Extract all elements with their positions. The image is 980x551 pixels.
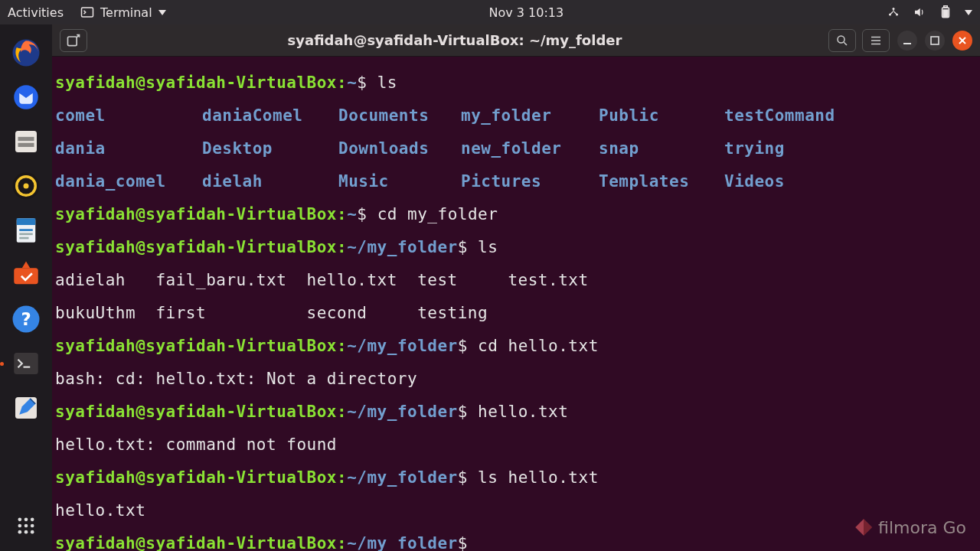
prompt-user: syafidah@syafidah-VirtualBox bbox=[55, 337, 337, 355]
svg-point-27 bbox=[24, 518, 28, 522]
chevron-down-icon bbox=[158, 10, 166, 15]
ls-item: Pictures bbox=[461, 174, 599, 191]
prompt-dollar: $ bbox=[357, 73, 367, 92]
dock-ubuntu-software[interactable] bbox=[7, 256, 45, 294]
prompt-dollar: $ bbox=[458, 403, 468, 421]
dock-terminal[interactable] bbox=[7, 344, 45, 383]
svg-point-8 bbox=[14, 85, 38, 109]
new-tab-button[interactable] bbox=[60, 29, 87, 52]
svg-rect-11 bbox=[18, 143, 34, 147]
svg-point-36 bbox=[838, 36, 844, 43]
svg-point-29 bbox=[18, 524, 22, 528]
ls-item: snap bbox=[599, 141, 724, 158]
prompt-path: ~ bbox=[347, 73, 357, 92]
svg-rect-17 bbox=[19, 229, 33, 231]
cmd-text: hello.txt bbox=[478, 403, 568, 421]
gnome-top-bar: Activities Terminal Nov 3 10:13 bbox=[0, 0, 980, 24]
activities-button[interactable]: Activities bbox=[8, 5, 64, 20]
svg-point-33 bbox=[24, 530, 28, 534]
watermark-text: filmora Go bbox=[878, 518, 966, 537]
ls-item: trying bbox=[724, 141, 785, 158]
svg-point-28 bbox=[31, 518, 34, 522]
prompt-user: syafidah@syafidah-VirtualBox bbox=[55, 238, 337, 256]
ls-item: daniaComel bbox=[202, 108, 338, 125]
svg-rect-5 bbox=[944, 6, 948, 8]
ls-item: comel bbox=[55, 108, 202, 125]
hamburger-menu-button[interactable] bbox=[862, 29, 890, 52]
svg-rect-23 bbox=[14, 353, 38, 374]
prompt-dollar: $ bbox=[458, 468, 468, 487]
system-status-area[interactable] bbox=[887, 5, 972, 19]
svg-rect-37 bbox=[903, 43, 911, 44]
window-titlebar: syafidah@syafidah-VirtualBox: ~/my_folde… bbox=[52, 24, 980, 57]
error-text: hello.txt: command not found bbox=[55, 435, 337, 454]
svg-rect-38 bbox=[931, 37, 939, 44]
prompt-path: ~ bbox=[347, 205, 357, 223]
prompt-path: ~/my_folder bbox=[347, 534, 458, 552]
terminal-window: syafidah@syafidah-VirtualBox: ~/my_folde… bbox=[52, 24, 980, 551]
maximize-button[interactable] bbox=[925, 31, 945, 51]
ls-item: testCommand bbox=[724, 108, 835, 125]
cmd-text: ls bbox=[478, 238, 498, 256]
ls-item: my_folder bbox=[461, 108, 599, 125]
window-title: syafidah@syafidah-VirtualBox: ~/my_folde… bbox=[87, 32, 822, 48]
svg-rect-19 bbox=[19, 237, 28, 240]
ls-item: dania_comel bbox=[55, 174, 202, 191]
svg-point-30 bbox=[24, 524, 28, 528]
dock-rhythmbox[interactable] bbox=[7, 167, 45, 205]
prompt-user: syafidah@syafidah-VirtualBox bbox=[55, 205, 337, 223]
battery-icon bbox=[939, 5, 952, 19]
prompt-dollar: $ bbox=[357, 205, 367, 223]
ls-item: new_folder bbox=[461, 141, 599, 158]
prompt-dollar: $ bbox=[458, 238, 468, 256]
ls-item: Public bbox=[599, 108, 724, 125]
ls-item: Documents bbox=[338, 108, 461, 125]
cmd-text: ls hello.txt bbox=[478, 468, 599, 487]
prompt-dollar: $ bbox=[458, 337, 468, 355]
svg-rect-16 bbox=[17, 218, 36, 225]
dock-files[interactable] bbox=[7, 122, 45, 161]
cmd-text: cd my_folder bbox=[377, 205, 498, 223]
svg-rect-35 bbox=[68, 37, 77, 46]
svg-rect-20 bbox=[14, 268, 38, 284]
svg-point-26 bbox=[18, 518, 22, 522]
ubuntu-dock: ? bbox=[0, 24, 52, 551]
prompt-dollar: $ bbox=[458, 534, 468, 552]
svg-point-1 bbox=[893, 8, 895, 10]
prompt-user: syafidah@syafidah-VirtualBox bbox=[55, 403, 337, 421]
ls-item: Desktop bbox=[202, 141, 338, 158]
app-menu-button[interactable]: Terminal bbox=[80, 5, 166, 20]
output-text: hello.txt bbox=[55, 501, 145, 520]
dock-help[interactable]: ? bbox=[7, 300, 45, 338]
terminal-output[interactable]: syafidah@syafidah-VirtualBox:~$ ls comel… bbox=[52, 57, 980, 551]
dock-thunderbird[interactable] bbox=[7, 78, 45, 116]
prompt-user: syafidah@syafidah-VirtualBox bbox=[55, 73, 337, 92]
ls-item: dania bbox=[55, 141, 202, 158]
volume-icon bbox=[913, 5, 926, 19]
show-applications-button[interactable] bbox=[7, 507, 45, 545]
error-text: bash: cd: hello.txt: Not a directory bbox=[55, 370, 417, 388]
prompt-path: ~/my_folder bbox=[347, 238, 458, 256]
svg-point-32 bbox=[18, 530, 22, 534]
svg-text:?: ? bbox=[21, 309, 31, 329]
terminal-icon bbox=[80, 5, 94, 19]
search-button[interactable] bbox=[828, 29, 856, 52]
svg-point-34 bbox=[31, 530, 34, 534]
close-button[interactable] bbox=[952, 31, 972, 51]
dock-libreoffice-writer[interactable] bbox=[7, 211, 45, 249]
prompt-user: syafidah@syafidah-VirtualBox bbox=[55, 534, 337, 552]
svg-rect-18 bbox=[19, 233, 33, 236]
dock-text-editor[interactable] bbox=[7, 389, 45, 427]
dock-firefox[interactable] bbox=[7, 34, 45, 72]
svg-rect-0 bbox=[82, 8, 93, 17]
minimize-button[interactable] bbox=[897, 31, 917, 51]
ls-item: Music bbox=[338, 174, 461, 191]
app-menu-label: Terminal bbox=[100, 5, 152, 20]
network-icon bbox=[887, 5, 900, 19]
clock-label[interactable]: Nov 3 10:13 bbox=[166, 5, 887, 20]
prompt-user: syafidah@syafidah-VirtualBox bbox=[55, 468, 337, 487]
svg-rect-6 bbox=[943, 10, 948, 16]
cmd-text: ls bbox=[377, 73, 397, 92]
prompt-path: ~/my_folder bbox=[347, 468, 458, 487]
svg-rect-24 bbox=[24, 367, 31, 368]
